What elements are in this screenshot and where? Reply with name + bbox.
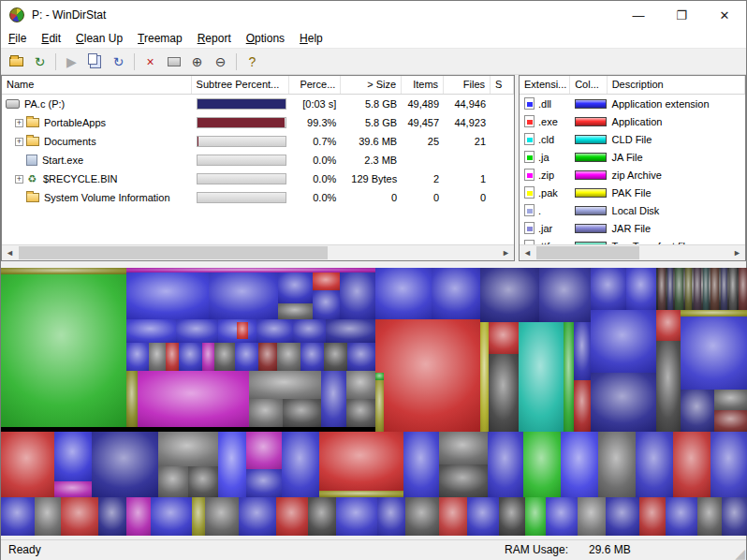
treemap-cell[interactable] (673, 432, 710, 497)
treemap-cell[interactable] (237, 322, 248, 339)
scrollbar-thumb[interactable] (536, 246, 639, 259)
treemap-cell[interactable] (499, 497, 525, 536)
tree-row[interactable]: System Volume Information0.0%000 (2, 188, 514, 207)
treemap-cell[interactable] (209, 273, 278, 319)
zoom-in-button[interactable]: ⊕ (185, 51, 209, 73)
treemap-cell[interactable] (293, 319, 326, 343)
treemap-cell[interactable] (319, 491, 403, 497)
treemap-cell[interactable] (578, 497, 606, 536)
treemap-cell[interactable] (375, 373, 384, 380)
resize-grip[interactable]: ◢ (735, 547, 745, 560)
treemap-cell[interactable] (278, 273, 313, 303)
treemap-cell[interactable] (574, 322, 591, 380)
treemap-cell[interactable] (92, 432, 158, 497)
treemap-cell[interactable] (681, 317, 747, 390)
treemap-cell[interactable] (574, 380, 591, 432)
treemap-cell[interactable] (138, 371, 249, 427)
ext-header-0[interactable]: Extensi... (520, 76, 570, 94)
explorer-button[interactable] (162, 51, 185, 73)
delete-button[interactable]: × (139, 51, 162, 73)
refresh-all-button[interactable]: ↻ (28, 51, 51, 73)
treemap-cell[interactable] (126, 343, 149, 371)
treemap-cell[interactable] (656, 341, 681, 432)
treemap-cell[interactable] (166, 343, 179, 371)
treemap-cell[interactable] (681, 390, 714, 432)
treemap-cell[interactable] (1, 268, 126, 274)
treemap-cell[interactable] (205, 497, 239, 536)
treemap-cell[interactable] (667, 268, 673, 310)
treemap-cell[interactable] (277, 343, 300, 371)
extension-row[interactable]: .jarJAR File (520, 219, 745, 237)
tree-horizontal-scrollbar[interactable]: ◄ ► (2, 244, 514, 260)
tree-header-5[interactable]: Files (444, 76, 491, 94)
treemap-cell[interactable] (598, 432, 636, 497)
treemap-cell[interactable] (626, 268, 656, 310)
treemap-cell[interactable] (98, 497, 126, 536)
treemap-cell[interactable] (591, 310, 656, 373)
menu-item-file[interactable]: File (1, 29, 34, 49)
ext-header-2[interactable]: Description (608, 76, 745, 94)
maximize-button[interactable]: ❐ (660, 1, 703, 29)
expander-icon[interactable]: + (15, 119, 23, 127)
treemap-cell[interactable] (282, 432, 319, 497)
treemap-cell[interactable] (710, 268, 719, 310)
treemap-cell[interactable] (439, 464, 488, 497)
treemap-cell[interactable] (721, 268, 727, 310)
extension-row[interactable]: .exeApplication (520, 112, 745, 130)
treemap-cell[interactable] (179, 343, 202, 371)
tree-row[interactable]: +♻$RECYCLE.BIN0.0%129 Bytes21 (2, 169, 514, 188)
treemap-cell[interactable] (202, 343, 214, 371)
treemap-cell[interactable] (432, 268, 480, 319)
treemap-cell[interactable] (313, 290, 340, 319)
treemap-cell[interactable] (158, 432, 218, 466)
treemap-cell[interactable] (591, 268, 626, 310)
treemap-cell[interactable] (591, 373, 656, 432)
treemap-cell[interactable] (319, 432, 403, 491)
treemap-cell[interactable] (151, 497, 192, 536)
treemap-cell[interactable] (489, 322, 519, 354)
scroll-right-icon[interactable]: ► (729, 245, 745, 260)
treemap-cell[interactable] (685, 268, 692, 310)
treemap-cell[interactable] (439, 497, 467, 536)
treemap-cell[interactable] (403, 432, 439, 497)
tree-row[interactable]: Start.exe0.0%2.3 MB (2, 151, 514, 169)
treemap-cell[interactable] (249, 371, 321, 399)
treemap-cell[interactable] (714, 390, 747, 410)
treemap-cell[interactable] (149, 343, 166, 371)
treemap-cell[interactable] (703, 268, 709, 310)
treemap-cell[interactable] (239, 497, 276, 536)
treemap-cell[interactable] (1, 274, 126, 427)
treemap-cell[interactable] (405, 497, 439, 536)
extension-row[interactable]: .jaJA File (520, 148, 745, 166)
tree-header-0[interactable]: Name (2, 76, 192, 94)
treemap-cell[interactable] (336, 497, 377, 536)
tree-row[interactable]: +PortableApps99.3%5.8 GB49,45744,923 (2, 113, 514, 132)
treemap-cell[interactable] (375, 319, 480, 432)
treemap-cell[interactable] (326, 319, 375, 343)
tree-header-3[interactable]: > Size (341, 76, 402, 94)
menu-item-treemap[interactable]: Treemap (130, 29, 190, 49)
scrollbar-thumb[interactable] (19, 246, 328, 259)
treemap-cell[interactable] (377, 497, 405, 536)
treemap-cell[interactable] (697, 497, 722, 536)
treemap-cell[interactable] (722, 497, 747, 536)
copy-button[interactable] (83, 51, 107, 73)
treemap-cell[interactable] (346, 371, 375, 399)
tree-row[interactable]: PA.c (P:)[0:03 s]5.8 GB49,48944,946 (2, 95, 514, 113)
treemap-cell[interactable] (308, 497, 336, 536)
treemap-cell[interactable] (729, 268, 737, 310)
treemap-cell[interactable] (681, 310, 747, 317)
treemap-cell[interactable] (276, 497, 308, 536)
treemap-cell[interactable] (256, 319, 293, 343)
treemap-cell[interactable] (564, 322, 574, 432)
treemap-cell[interactable] (246, 432, 282, 469)
treemap-cell[interactable] (249, 399, 283, 427)
treemap-cell[interactable] (1, 432, 54, 497)
extension-row[interactable]: .zipzip Archive (520, 166, 745, 184)
treemap-cell[interactable] (375, 268, 432, 319)
treemap-cell[interactable] (439, 432, 488, 464)
tree-header-1[interactable]: Subtree Percent... (192, 76, 290, 94)
treemap-cell[interactable] (546, 497, 578, 536)
open-directory-button[interactable] (5, 51, 28, 73)
treemap-cell[interactable] (488, 432, 523, 497)
